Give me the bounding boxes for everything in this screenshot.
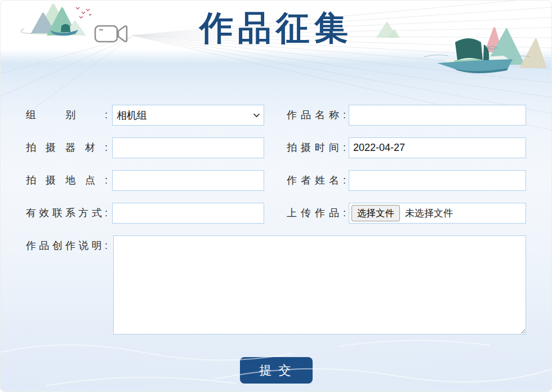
landscape-art-right bbox=[370, 5, 547, 77]
submission-page: 作品征集 组别: 相机组 bbox=[0, 0, 552, 392]
form-row: 拍摄器材: 拍摄时间: bbox=[26, 137, 526, 158]
author-field-group: 作者姓名: bbox=[287, 170, 526, 191]
upload-label: 上传作品: bbox=[287, 203, 346, 224]
file-status-text: 未选择文件 bbox=[405, 207, 453, 220]
author-label: 作者姓名: bbox=[287, 170, 346, 191]
location-label: 拍摄地点: bbox=[26, 170, 108, 191]
submit-button[interactable]: 提 交 bbox=[240, 357, 313, 384]
location-input[interactable] bbox=[112, 170, 264, 191]
equipment-input[interactable] bbox=[112, 137, 264, 158]
form-row: 有效联系方式: 上传作品: 选择文件 未选择文件 bbox=[26, 203, 526, 224]
work-name-label: 作品名称: bbox=[287, 105, 346, 126]
contact-input[interactable] bbox=[112, 203, 264, 224]
form-row: 拍摄地点: 作者姓名: bbox=[26, 170, 526, 191]
shoot-time-field-group: 拍摄时间: bbox=[287, 137, 526, 158]
equipment-label: 拍摄器材: bbox=[26, 137, 108, 158]
equipment-field-group: 拍摄器材: bbox=[26, 137, 264, 158]
group-field-group: 组别: 相机组 bbox=[26, 105, 264, 126]
shoot-time-label: 拍摄时间: bbox=[287, 137, 346, 158]
video-camera-icon bbox=[94, 22, 130, 46]
group-label: 组别: bbox=[26, 105, 108, 126]
submit-row: 提 交 bbox=[26, 357, 526, 384]
form-row: 组别: 相机组 作品名称: bbox=[26, 105, 526, 126]
author-input[interactable] bbox=[349, 170, 526, 191]
work-name-field-group: 作品名称: bbox=[287, 105, 526, 126]
shoot-time-input[interactable] bbox=[349, 137, 526, 158]
choose-file-button[interactable]: 选择文件 bbox=[351, 205, 400, 221]
submission-form: 组别: 相机组 作品名称: 拍摄器材: 拍摄时间: bbox=[26, 105, 526, 384]
group-select[interactable]: 相机组 bbox=[112, 105, 264, 126]
file-upload-field[interactable]: 选择文件 未选择文件 bbox=[349, 203, 526, 224]
description-label: 作品创作说明: bbox=[26, 235, 108, 253]
contact-label: 有效联系方式: bbox=[26, 203, 108, 224]
group-select-wrap: 相机组 bbox=[112, 105, 264, 126]
landscape-art-left bbox=[17, 1, 92, 39]
upload-field-group: 上传作品: 选择文件 未选择文件 bbox=[287, 203, 526, 224]
description-textarea[interactable] bbox=[113, 235, 526, 335]
page-title: 作品征集 bbox=[199, 7, 353, 48]
description-row: 作品创作说明: bbox=[26, 235, 526, 335]
contact-field-group: 有效联系方式: bbox=[26, 203, 264, 224]
work-name-input[interactable] bbox=[349, 105, 526, 126]
location-field-group: 拍摄地点: bbox=[26, 170, 264, 191]
